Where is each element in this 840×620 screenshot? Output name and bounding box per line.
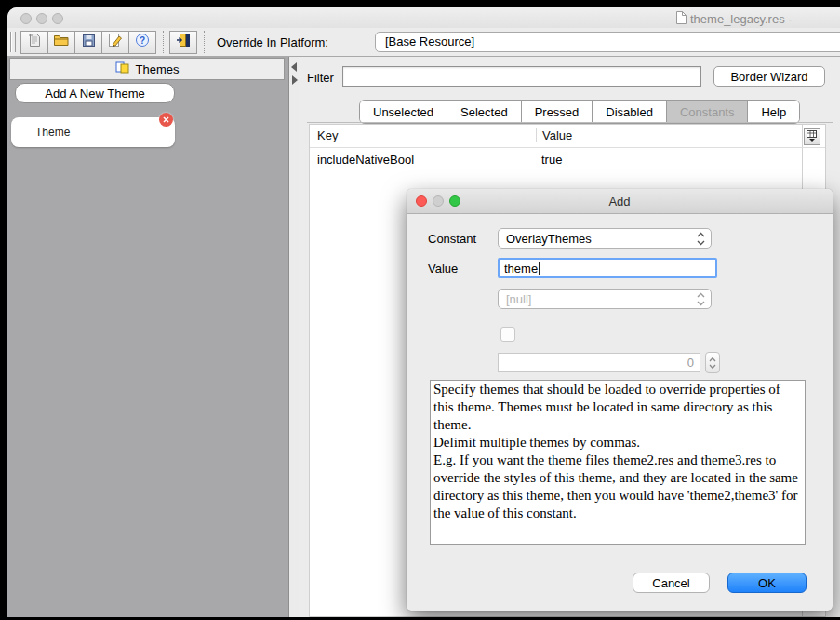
themes-sidebar: Themes Add A New Theme Theme (7, 57, 288, 617)
platform-select[interactable]: [Base Resource] (375, 32, 840, 52)
tab-pressed[interactable]: Pressed (521, 101, 593, 123)
delete-theme-icon[interactable] (159, 113, 173, 127)
close-window-icon[interactable] (20, 13, 32, 24)
number-input: 0 (498, 353, 700, 372)
themes-header: Themes (9, 58, 285, 80)
save-resource-button[interactable] (74, 31, 102, 54)
add-new-theme-button[interactable]: Add A New Theme (15, 83, 175, 103)
cell-key: includeNativeBool (317, 153, 414, 167)
exit-button[interactable] (169, 31, 197, 54)
tab-selected[interactable]: Selected (447, 101, 521, 123)
themes-icon (115, 61, 130, 77)
tab-help[interactable]: Help (747, 101, 799, 123)
zoom-window-icon[interactable] (52, 13, 63, 24)
tab-constants[interactable]: Constants (666, 101, 748, 123)
save-icon (82, 34, 96, 51)
number-stepper (705, 352, 720, 373)
split-divider[interactable] (288, 57, 299, 617)
open-resource-icon (53, 34, 70, 51)
column-chooser-icon (807, 128, 818, 145)
cell-value: true (541, 153, 562, 167)
filter-input[interactable] (342, 66, 701, 87)
value-label: Value (428, 262, 458, 276)
column-header-key[interactable]: Key (317, 128, 338, 142)
help-icon: ? (135, 33, 150, 51)
toolbar-separator (163, 31, 164, 53)
chevron-up-down-icon (697, 292, 705, 309)
exit-icon (176, 33, 191, 51)
override-platform-label: Override In Platform: (217, 35, 328, 49)
tab-disabled[interactable]: Disabled (592, 101, 666, 123)
toolbar-button-group: ? (21, 31, 156, 54)
collapse-left-icon[interactable] (291, 62, 297, 72)
tab-unselected[interactable]: Unselected (360, 101, 447, 123)
minimize-window-icon[interactable] (36, 13, 47, 24)
border-wizard-button[interactable]: Border Wizard (713, 66, 825, 87)
value-input[interactable]: theme (498, 258, 717, 278)
toolbar-separator-2 (204, 31, 205, 53)
null-select: [null] (498, 289, 712, 309)
text-cursor (539, 262, 540, 275)
column-chooser-button[interactable] (804, 128, 820, 145)
help-button[interactable]: ? (128, 31, 156, 54)
table-header: Key Value (310, 125, 825, 148)
edit-icon (108, 33, 123, 51)
tab-panel-border (307, 122, 833, 123)
dialog-titlebar[interactable]: Add (407, 189, 833, 214)
new-resource-button[interactable] (20, 31, 48, 54)
theme-list-item[interactable]: Theme (11, 117, 175, 147)
style-tabs: Unselected Selected Pressed Disabled Con… (359, 100, 800, 124)
new-resource-icon (28, 33, 42, 51)
svg-text:?: ? (140, 35, 145, 46)
open-resource-button[interactable] (47, 31, 75, 54)
constant-select[interactable]: OverlayThemes (498, 228, 712, 249)
themes-header-label: Themes (136, 62, 180, 76)
column-header-value[interactable]: Value (536, 128, 572, 142)
edit-button[interactable] (101, 31, 129, 54)
window-title: theme_legacy.res - (675, 10, 840, 27)
constant-description[interactable]: Specify themes that should be loaded to … (430, 380, 806, 545)
collapse-right-icon[interactable] (292, 75, 298, 85)
add-constant-dialog: Add Constant OverlayThemes Value theme [… (407, 189, 833, 611)
window-titlebar[interactable]: theme_legacy.res - (7, 7, 840, 28)
dialog-title: Add (407, 195, 833, 209)
table-row[interactable]: includeNativeBool true (310, 147, 825, 171)
boolean-checkbox (500, 327, 515, 342)
cancel-button[interactable]: Cancel (633, 573, 710, 593)
constant-label: Constant (428, 232, 476, 246)
toolbar-drag-handle[interactable] (10, 32, 16, 52)
chevron-up-down-icon (697, 232, 705, 249)
toolbar: ? Override In Platform: [Base Resource] (7, 28, 840, 57)
ok-button[interactable]: OK (727, 573, 807, 593)
filter-label: Filter (307, 71, 334, 85)
document-icon (675, 11, 687, 27)
